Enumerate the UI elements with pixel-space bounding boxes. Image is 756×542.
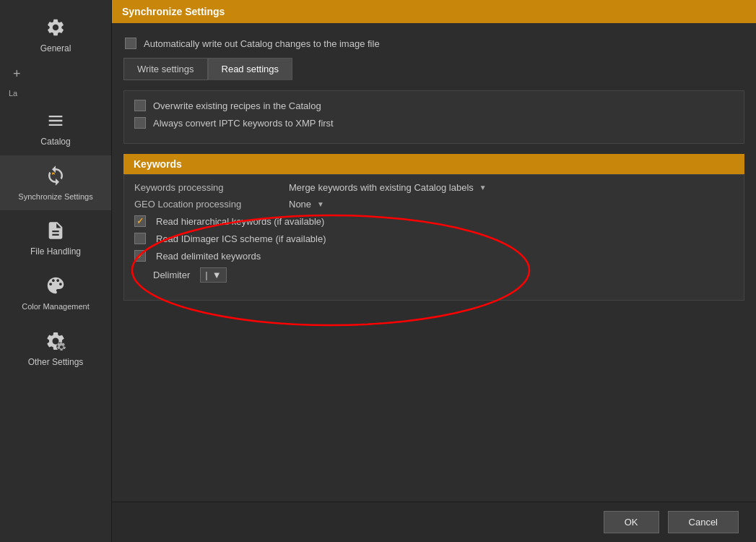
keywords-processing-label: Keywords processing — [134, 182, 279, 193]
keywords-processing-arrow: ▼ — [479, 184, 487, 192]
delimited-row: Read delimited keywords — [134, 250, 734, 262]
keywords-header: Keywords — [123, 154, 744, 174]
delimited-label: Read delimited keywords — [156, 251, 261, 262]
iptc-row: Always convert IPTC keywords to XMP firs… — [134, 117, 734, 129]
tab-write-settings[interactable]: Write settings — [123, 58, 208, 80]
geo-processing-label: GEO Location processing — [134, 199, 279, 210]
dialog-footer: OK Cancel — [112, 502, 756, 542]
sidebar-label-sync: Synchronize Settings — [18, 192, 92, 202]
sidebar-label-other: Other Settings — [28, 357, 84, 367]
iptc-label: Always convert IPTC keywords to XMP firs… — [153, 118, 334, 129]
color-icon — [44, 274, 67, 297]
geo-processing-row: GEO Location processing None ▼ — [134, 199, 734, 210]
sidebar-item-file-handling[interactable]: File Handling — [0, 210, 111, 265]
sidebar-label-file: File Handling — [30, 246, 81, 257]
delimiter-label: Delimiter — [153, 270, 190, 280]
sidebar-item-other-settings[interactable]: Other Settings — [0, 321, 111, 376]
main-panel: Synchronize Settings Automatically write… — [112, 0, 756, 542]
auto-write-checkbox[interactable] — [125, 38, 136, 49]
tabs-row: Write settings Read settings — [123, 58, 744, 80]
sidebar-abbreviation: La — [0, 86, 111, 100]
sidebar-item-catalog[interactable]: Catalog — [0, 100, 111, 155]
keywords-processing-value: Merge keywords with existing Catalog lab… — [289, 182, 474, 193]
delimiter-row: Delimiter | ▼ — [134, 267, 734, 290]
tab-read-settings[interactable]: Read settings — [208, 58, 293, 80]
keywords-processing-row: Keywords processing Merge keywords with … — [134, 182, 734, 193]
sidebar-label-general: General — [40, 43, 71, 53]
overwrite-checkbox[interactable] — [134, 100, 146, 111]
content-area: Automatically write out Catalog changes … — [112, 23, 756, 502]
auto-write-row: Automatically write out Catalog changes … — [123, 32, 744, 58]
dialog: General + La Catalog — [0, 0, 756, 542]
auto-write-label: Automatically write out Catalog changes … — [144, 38, 380, 49]
delimiter-arrow: ▼ — [212, 270, 222, 280]
hierarchical-label: Read hierarchical keywords (if available… — [156, 216, 324, 227]
file-icon — [44, 219, 67, 242]
sidebar-item-general[interactable]: General — [0, 7, 111, 62]
other-settings-icon — [44, 330, 67, 353]
geo-processing-value: None — [289, 199, 311, 210]
sidebar-label-color: Color Management — [22, 301, 90, 311]
geo-processing-dropdown[interactable]: None ▼ — [289, 199, 324, 210]
gear-icon — [44, 16, 67, 39]
sidebar: General + La Catalog — [0, 0, 112, 542]
geo-processing-arrow: ▼ — [317, 200, 324, 208]
hierarchical-checkbox[interactable] — [134, 215, 146, 227]
sidebar-item-sync-settings[interactable]: Synchronize Settings — [0, 155, 111, 210]
keywords-processing-dropdown[interactable]: Merge keywords with existing Catalog lab… — [289, 182, 487, 193]
sidebar-label-catalog: Catalog — [40, 137, 70, 147]
overwrite-row: Overwrite existing recipes in the Catalo… — [134, 100, 734, 111]
iptc-checkbox[interactable] — [134, 117, 146, 129]
sidebar-add-button[interactable]: + — [0, 62, 111, 86]
delimited-checkbox[interactable] — [134, 250, 146, 262]
idimager-checkbox[interactable] — [134, 233, 146, 244]
keywords-panel: Keywords processing Merge keywords with … — [123, 174, 744, 301]
catalog-icon — [44, 109, 67, 132]
hierarchical-row: Read hierarchical keywords (if available… — [134, 215, 734, 227]
ok-button[interactable]: OK — [604, 511, 659, 533]
delimiter-dropdown[interactable]: | ▼ — [200, 267, 226, 283]
read-settings-panel: Overwrite existing recipes in the Catalo… — [123, 90, 744, 144]
sidebar-item-color-management[interactable]: Color Management — [0, 265, 111, 320]
idimager-row: Read IDimager ICS scheme (if available) — [134, 233, 734, 244]
delimiter-value: | — [205, 270, 207, 280]
sync-icon — [44, 164, 67, 187]
idimager-label: Read IDimager ICS scheme (if available) — [156, 233, 326, 244]
section-header: Synchronize Settings — [112, 0, 756, 23]
overwrite-label: Overwrite existing recipes in the Catalo… — [153, 100, 321, 111]
cancel-button[interactable]: Cancel — [668, 511, 739, 533]
